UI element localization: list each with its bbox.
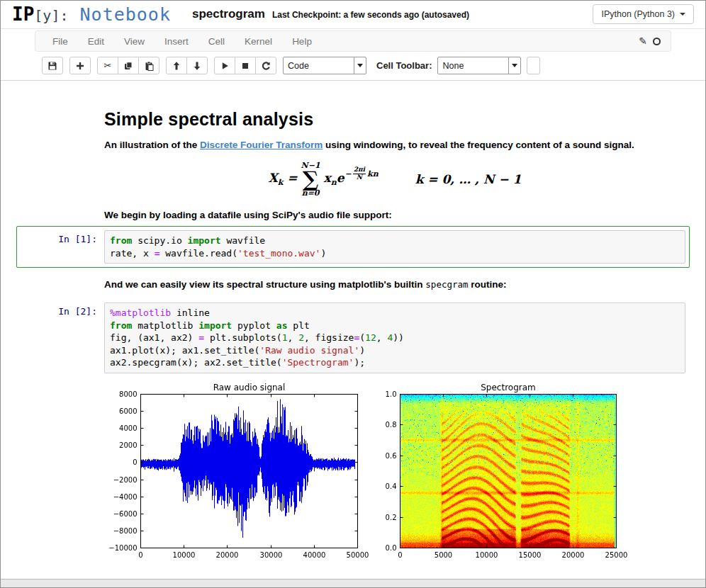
menu-edit[interactable]: Edit [78,36,114,47]
code-editor[interactable]: %matplotlib inlinefrom matplotlib import… [104,303,685,373]
menu-file[interactable]: File [43,36,78,47]
markdown-cell-title: Simple spectral analysis An illustration… [1,109,705,222]
logo-notebook: Notebook [68,4,170,25]
cut-icon: ✂ [104,61,112,70]
page-title: Simple spectral analysis [104,109,685,130]
restart-icon [261,61,271,71]
view-paragraph: And we can easily view its spectral stru… [104,279,685,291]
cell-toolbar-value: None [438,57,508,74]
code-editor[interactable]: from scipy.io import wavfilerate, x = wa… [104,230,685,264]
run-icon [220,61,230,71]
bottom-strip [1,579,705,587]
cell-toolbar-select[interactable]: None [437,57,521,74]
notebook-title[interactable]: spectrogram [192,7,265,21]
view-text-after: routine: [469,279,507,290]
run-cell-button[interactable] [214,57,235,74]
caret-down-icon [357,64,363,67]
code-cell-1[interactable]: In [1]: from scipy.io import wavfilerate… [16,226,690,268]
output-figure-canvas [104,382,676,560]
toolbar-extra-button[interactable] [527,57,540,74]
input-prompt: In [1]: [21,230,104,264]
menu-view[interactable]: View [114,36,155,47]
markdown-cell-view: And we can easily view its spectral stru… [1,279,705,291]
interrupt-kernel-button[interactable] [235,57,256,74]
logo-y: [y]: [34,7,68,24]
save-button[interactable] [42,57,63,74]
move-up-icon [172,61,181,71]
summation: N−1∑n=0 [301,162,320,198]
logo-ip: IP [12,4,34,25]
intro-text: An illustration of the [104,140,200,150]
menu-cell[interactable]: Cell [198,36,235,47]
caret-down-icon [512,64,517,67]
kernel-name: IPython (Python 3) [601,9,675,19]
menu-help[interactable]: Help [282,36,322,47]
intro-paragraph: An illustration of the Discrete Fourier … [104,140,685,152]
kernel-status-icon [653,38,661,45]
cell-type-value: Code [284,57,354,74]
checkpoint-status: Last Checkpoint: a few seconds ago (auto… [272,10,469,20]
view-text: And we can easily view its spectral stru… [104,279,425,290]
paste-button[interactable] [138,57,159,74]
save-icon [47,61,57,71]
load-paragraph: We begin by loading a datafile using Sci… [104,210,685,222]
menu-kernel[interactable]: Kernel [235,36,282,47]
notebook-header: IP[y]: Notebook spectrogram Last Checkpo… [1,1,705,29]
paste-icon [144,61,154,71]
combo-arrow [354,57,366,74]
combo-arrow [508,57,520,74]
input-prompt: In [2]: [21,303,104,373]
add-cell-icon [75,61,85,71]
copy-icon [123,61,133,71]
dft-equation: Xk = N−1∑n=0 xne −2πiNkn k = 0, … , N − … [104,162,685,198]
cell-toolbar-label: Cell Toolbar: [376,60,432,71]
restart-kernel-button[interactable] [255,57,276,74]
move-down-icon [192,61,202,71]
cut-button[interactable]: ✂ [97,57,118,74]
intro-text-after: using windowing, to reveal the frequency… [323,140,634,150]
kernel-selector-button[interactable]: IPython (Python 3) [593,4,694,24]
menu-bar: File Edit View Insert Cell Kernel Help ✎ [35,30,671,52]
code-cell-2[interactable]: In [2]: %matplotlib inlinefrom matplotli… [16,298,690,378]
move-cell-up-button[interactable] [166,57,187,74]
app-frame: IP[y]: Notebook spectrogram Last Checkpo… [0,0,706,588]
ipython-logo[interactable]: IP[y]: Notebook [12,4,171,25]
copy-button[interactable] [118,57,139,74]
move-cell-down-button[interactable] [186,57,208,74]
output-area [1,382,705,560]
stop-icon [240,61,250,71]
add-cell-button[interactable] [69,57,91,74]
toolbar: ✂ C [35,55,671,79]
dft-link[interactable]: Discrete Fourier Transform [200,140,323,150]
notebook-area: Simple spectral analysis An illustration… [1,81,705,560]
cell-type-select[interactable]: Code [283,57,366,74]
edit-mode-icon: ✎ [639,35,647,47]
inline-code: specgram [425,279,468,290]
menu-insert[interactable]: Insert [155,36,198,47]
caret-down-icon [680,13,685,16]
